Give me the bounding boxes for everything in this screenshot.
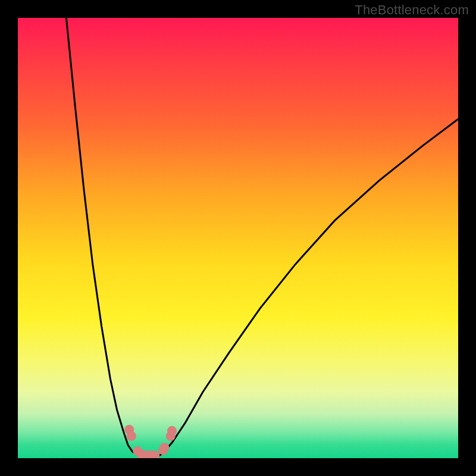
right-curve — [159, 119, 458, 456]
plot-area — [18, 18, 458, 458]
data-marker — [127, 431, 136, 441]
valley-pill-marker — [140, 451, 160, 458]
data-marker — [159, 443, 169, 452]
chart-frame: TheBottleneck.com — [0, 0, 476, 476]
data-marker — [167, 426, 177, 436]
left-curve — [66, 18, 141, 456]
curves-svg — [18, 18, 458, 458]
watermark-text: TheBottleneck.com — [355, 2, 469, 18]
